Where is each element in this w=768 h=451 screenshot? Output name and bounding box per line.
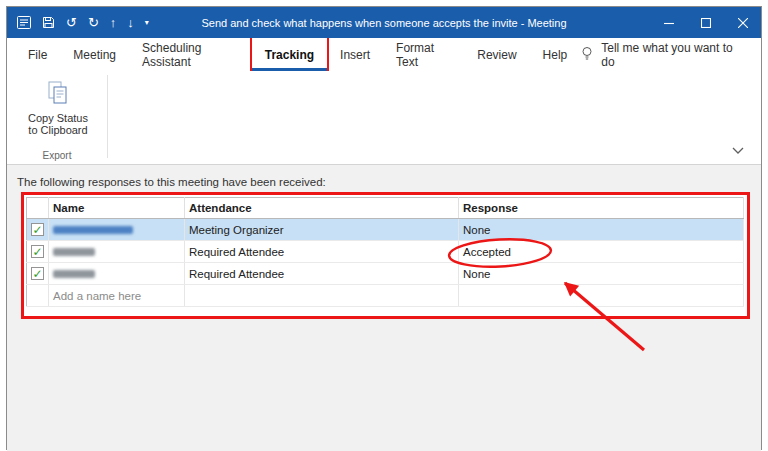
tab-insert[interactable]: Insert [327,38,383,71]
outlook-item-icon [17,16,31,29]
checkbox-cell: ✓ [27,263,49,285]
blurred-attendee-name [53,226,133,234]
name-cell [49,241,185,263]
response-cell: None [459,263,744,285]
tracking-checkbox[interactable]: ✓ [31,267,44,280]
ribbon-tab-bar: FileMeetingScheduling AssistantTrackingI… [7,38,761,71]
tab-review[interactable]: Review [464,38,529,71]
tab-help[interactable]: Help [530,38,581,71]
column-header-name[interactable]: Name [49,198,185,219]
minimize-button[interactable] [650,7,687,38]
blurred-attendee-name [53,270,95,278]
add-name-cell[interactable]: Add a name here [49,285,185,307]
tracking-checkbox[interactable]: ✓ [31,223,44,236]
copy-status-button[interactable]: Copy Status to Clipboard [19,76,97,150]
tell-me-box[interactable]: Tell me what you want to do [580,38,761,71]
tracking-checkbox[interactable]: ✓ [31,245,44,258]
close-button[interactable] [724,7,761,38]
window-controls [650,7,761,38]
table-header-row: NameAttendanceResponse [27,198,744,219]
export-group-label: Export [7,150,107,161]
previous-item-icon[interactable]: ↑ [110,16,117,29]
attendee-row-3[interactable]: ✓Required AttendeeNone [27,263,744,285]
tab-file[interactable]: File [15,38,60,71]
column-header-response[interactable]: Response [459,198,744,219]
response-cell: Accepted [459,241,744,263]
attendance-cell: Required Attendee [185,241,459,263]
copy-status-label-line2: to Clipboard [28,124,87,136]
checkbox-cell [27,285,49,307]
title-bar: ↺ ↻ ↑ ↓ ▾ Send and check what happens wh… [7,7,761,38]
ribbon-group-separator [107,75,108,158]
checkbox-cell: ✓ [27,241,49,263]
attendance-cell: Meeting Organizer [185,219,459,241]
tab-format-text[interactable]: Format Text [383,38,464,71]
copy-pages-icon [45,80,71,108]
customize-qat-icon[interactable]: ▾ [145,19,149,27]
accepted-response: Accepted [463,246,511,258]
copy-status-label-line1: Copy Status [28,112,88,124]
tab-tracking[interactable]: Tracking [252,38,327,71]
checkbox-cell: ✓ [27,219,49,241]
lightbulb-icon [580,46,594,64]
attendee-row-1[interactable]: ✓Meeting OrganizerNone [27,219,744,241]
tab-scheduling-assistant[interactable]: Scheduling Assistant [129,38,252,71]
tab-meeting[interactable]: Meeting [60,38,129,71]
attendance-cell: Required Attendee [185,263,459,285]
next-item-icon[interactable]: ↓ [127,16,134,29]
quick-access-toolbar: ↺ ↻ ↑ ↓ ▾ [7,16,149,29]
name-cell [49,263,185,285]
attendance-cell [185,285,459,307]
tracking-pane: The following responses to this meeting … [7,165,761,451]
undo-icon[interactable]: ↺ [66,16,77,29]
response-value: None [463,224,491,236]
responses-intro-text: The following responses to this meeting … [17,176,326,188]
maximize-button[interactable] [687,7,724,38]
tracking-table-annotation-box: NameAttendanceResponse ✓Meeting Organize… [21,192,750,319]
column-header-attendance[interactable]: Attendance [185,198,459,219]
response-cell: None [459,219,744,241]
attendee-row-2[interactable]: ✓Required AttendeeAccepted [27,241,744,263]
ribbon-tabs: FileMeetingScheduling AssistantTrackingI… [15,38,580,71]
ribbon-content: Copy Status to Clipboard Export [7,71,761,165]
response-cell [459,285,744,307]
save-icon[interactable] [42,16,55,29]
meeting-window: ↺ ↻ ↑ ↓ ▾ Send and check what happens wh… [6,6,762,450]
tell-me-label: Tell me what you want to do [601,41,743,69]
checkbox-column-header [27,198,49,219]
blurred-attendee-name [53,248,95,256]
attendee-row-4[interactable]: Add a name here [27,285,744,307]
name-cell [49,219,185,241]
collapse-ribbon-icon[interactable] [727,142,749,158]
response-value: None [463,268,491,280]
redo-icon[interactable]: ↻ [88,16,99,29]
tracking-table: NameAttendanceResponse ✓Meeting Organize… [26,197,744,307]
